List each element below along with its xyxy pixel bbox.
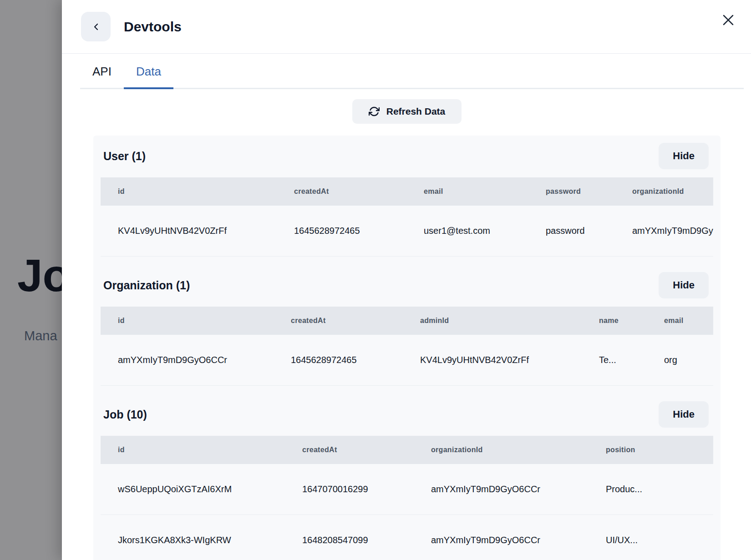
refresh-button-label: Refresh Data — [386, 106, 446, 117]
chevron-left-icon — [91, 21, 101, 32]
model-section: Job (10)HideidcreatedAtorganizationIdpos… — [101, 401, 713, 560]
table-row: Jkors1KGKA8Xk3-WIgKRW1648208547099amYXmI… — [101, 515, 713, 560]
table-header-cell: createdAt — [277, 187, 406, 196]
table-header-cell: adminId — [403, 317, 582, 325]
table-header-cell: name — [582, 317, 647, 325]
table-cell: Jkors1KGKA8Xk3-WIgKRW — [101, 535, 285, 545]
table-header-cell: position — [589, 446, 713, 454]
table-row: wS6UeppUQoiXGTzAI6XrM1647070016299amYXmI… — [101, 464, 713, 515]
section-title: Job (10) — [103, 408, 147, 421]
refresh-icon — [369, 106, 380, 117]
table-cell: 1645628972465 — [274, 355, 403, 365]
table-header-cell: password — [528, 187, 615, 196]
section-title: User (1) — [103, 150, 146, 163]
table-cell: amYXmIyT9mD9GyO6CCr — [414, 484, 589, 494]
close-icon — [721, 13, 735, 27]
table-header-cell: email — [647, 317, 713, 325]
table-cell: amYXmIyT9mD9GyO6CCr — [101, 355, 274, 365]
table-cell: KV4Lv9yUHtNVB42V0ZrFf — [403, 355, 582, 365]
tab-data[interactable]: Data — [124, 54, 173, 89]
drawer-title: Devtools — [124, 19, 182, 35]
section-header: Job (10)Hide — [101, 401, 713, 436]
hide-button[interactable]: Hide — [659, 272, 709, 298]
devtools-drawer: Devtools API Data Refresh Data User (1)H… — [62, 0, 751, 560]
table-cell: UI/UX... — [589, 535, 713, 545]
table-header-cell: createdAt — [274, 317, 403, 325]
tab-bar: API Data — [80, 54, 744, 89]
table-header-row: idcreatedAtemailpasswordorganizationId — [101, 177, 713, 206]
hide-button[interactable]: Hide — [659, 143, 709, 169]
table-cell: 1645628972465 — [277, 226, 406, 236]
section-header: User (1)Hide — [101, 143, 713, 177]
table-cell: Produc... — [589, 484, 713, 494]
data-table: idcreatedAtemailpasswordorganizationIdKV… — [101, 177, 713, 257]
tab-api[interactable]: API — [80, 54, 124, 88]
table-cell: amYXmIyT9mD9GyO6CCr — [615, 226, 713, 236]
section-title: Organization (1) — [103, 279, 190, 292]
refresh-data-button[interactable]: Refresh Data — [352, 99, 462, 124]
table-cell: 1647070016299 — [285, 484, 414, 494]
table-header-cell: id — [101, 187, 277, 196]
table-header-cell: id — [101, 446, 285, 454]
hide-button[interactable]: Hide — [659, 401, 709, 428]
table-cell: wS6UeppUQoiXGTzAI6XrM — [101, 484, 285, 494]
table-header-row: idcreatedAtadminIdnameemail — [101, 307, 713, 335]
drawer-content: Refresh Data User (1)HideidcreatedAtemai… — [62, 89, 751, 560]
table-cell: user1@test.com — [406, 226, 528, 236]
model-section: Organization (1)HideidcreatedAtadminIdna… — [101, 272, 713, 386]
table-header-cell: email — [406, 187, 528, 196]
table-cell: Te... — [582, 355, 647, 365]
table-cell: amYXmIyT9mD9GyO6CCr — [414, 535, 589, 545]
table-cell: password — [528, 226, 615, 236]
screen: Jo Mana Devtools API Data — [0, 0, 751, 560]
table-header-cell: id — [101, 317, 274, 325]
close-button[interactable] — [719, 11, 737, 29]
data-table: idcreatedAtorganizationIdpositionwS6Uepp… — [101, 436, 713, 560]
model-section: User (1)HideidcreatedAtemailpasswordorga… — [101, 143, 713, 257]
table-row: amYXmIyT9mD9GyO6CCr1645628972465KV4Lv9yU… — [101, 335, 713, 386]
drawer-header: Devtools — [62, 0, 751, 54]
table-cell: org — [647, 355, 713, 365]
table-cell: 1648208547099 — [285, 535, 414, 545]
table-header-cell: organizationId — [615, 187, 713, 196]
data-card: User (1)HideidcreatedAtemailpasswordorga… — [93, 136, 721, 560]
table-header-cell: createdAt — [285, 446, 414, 454]
table-header-row: idcreatedAtorganizationIdposition — [101, 436, 713, 464]
data-table: idcreatedAtadminIdnameemailamYXmIyT9mD9G… — [101, 307, 713, 386]
table-row: KV4Lv9yUHtNVB42V0ZrFf1645628972465user1@… — [101, 206, 713, 257]
table-cell: KV4Lv9yUHtNVB42V0ZrFf — [101, 226, 277, 236]
section-header: Organization (1)Hide — [101, 272, 713, 307]
table-header-cell: organizationId — [414, 446, 589, 454]
back-button[interactable] — [81, 12, 111, 41]
